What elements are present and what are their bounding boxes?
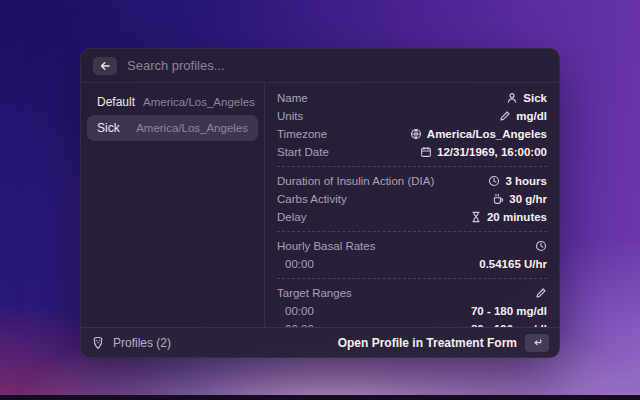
target-value: 70 - 180 mg/dl: [471, 305, 547, 317]
section-header-targets: Target Ranges: [277, 284, 547, 302]
calendar-icon: [420, 146, 432, 158]
footer-left: Profiles (2): [91, 336, 171, 350]
action-bar: Profiles (2) Open Profile in Treatment F…: [81, 327, 559, 357]
detail-value: 30 g/hr: [509, 193, 547, 205]
detail-value: 12/31/1969, 16:00:00: [437, 146, 547, 158]
globe-icon: [410, 128, 422, 140]
section-title: Target Ranges: [277, 287, 352, 299]
detail-row-carbs: Carbs Activity 30 g/hr: [277, 190, 547, 208]
clock-icon: [535, 240, 547, 252]
detail-value: Sick: [523, 92, 547, 104]
detail-row-timezone: Timezone America/Los_Angeles: [277, 125, 547, 143]
list-item-sick[interactable]: Sick America/Los_Angeles: [87, 115, 258, 141]
section-header-basal: Hourly Basal Rates: [277, 237, 547, 255]
profile-timezone: America/Los_Angeles: [143, 96, 255, 108]
arrow-left-icon: [99, 60, 111, 72]
person-icon: [506, 92, 518, 104]
detail-value: mg/dl: [516, 110, 547, 122]
section-divider: [277, 231, 547, 232]
time-label: 00:00: [277, 258, 314, 270]
target-range-row: 00:00 70 - 180 mg/dl: [277, 302, 547, 320]
pencil-icon: [535, 287, 547, 299]
profile-name: Default: [97, 95, 135, 109]
enter-key-icon: [525, 334, 549, 352]
detail-label: Carbs Activity: [277, 193, 347, 205]
search-bar: Search profiles...: [81, 49, 559, 83]
section-divider: [277, 166, 547, 167]
detail-label: Timezone: [277, 128, 327, 140]
basal-value: 0.54165 U/hr: [479, 258, 547, 270]
pencil-icon: [499, 110, 511, 122]
detail-label: Duration of Insulin Action (DIA): [277, 175, 434, 187]
detail-label: Units: [277, 110, 303, 122]
detail-label: Start Date: [277, 146, 329, 158]
section-divider: [277, 278, 547, 279]
detail-label: Delay: [277, 211, 306, 223]
window-body: Default America/Los_Angeles Sick America…: [81, 83, 559, 327]
detail-value: 20 minutes: [487, 211, 547, 223]
list-item-default[interactable]: Default America/Los_Angeles: [87, 89, 258, 115]
detail-row-dia: Duration of Insulin Action (DIA) 3 hours: [277, 172, 547, 190]
mug-icon: [492, 193, 504, 205]
detail-row-name: Name Sick: [277, 89, 547, 107]
hourglass-icon: [470, 211, 482, 223]
clock-icon: [488, 175, 500, 187]
open-profile-action[interactable]: Open Profile in Treatment Form: [338, 334, 549, 352]
action-label: Open Profile in Treatment Form: [338, 336, 517, 350]
profile-name: Sick: [97, 121, 120, 135]
footer-status: Profiles (2): [113, 336, 171, 350]
detail-row-units: Units mg/dl: [277, 107, 547, 125]
profile-timezone: America/Los_Angeles: [136, 122, 248, 134]
detail-label: Name: [277, 92, 308, 104]
screen-edge: [0, 395, 640, 400]
detail-row-delay: Delay 20 minutes: [277, 208, 547, 226]
owl-logo-icon: [91, 336, 105, 350]
basal-rate-row: 00:00 0.54165 U/hr: [277, 255, 547, 273]
profile-details-panel: Name Sick Units: [264, 83, 559, 327]
profiles-list: Default America/Los_Angeles Sick America…: [81, 83, 264, 327]
detail-row-start-date: Start Date 12/31/1969, 16:00:00: [277, 143, 547, 161]
back-button[interactable]: [93, 57, 117, 75]
section-title: Hourly Basal Rates: [277, 240, 375, 252]
time-label: 00:00: [277, 305, 314, 317]
target-range-row: 00:30 80 - 190 mg/dl: [277, 320, 547, 327]
profiles-window: Search profiles... Default America/Los_A…: [80, 48, 560, 358]
desktop-background: Search profiles... Default America/Los_A…: [0, 0, 640, 400]
search-input[interactable]: Search profiles...: [127, 58, 225, 73]
detail-value: America/Los_Angeles: [427, 128, 547, 140]
detail-value: 3 hours: [505, 175, 547, 187]
